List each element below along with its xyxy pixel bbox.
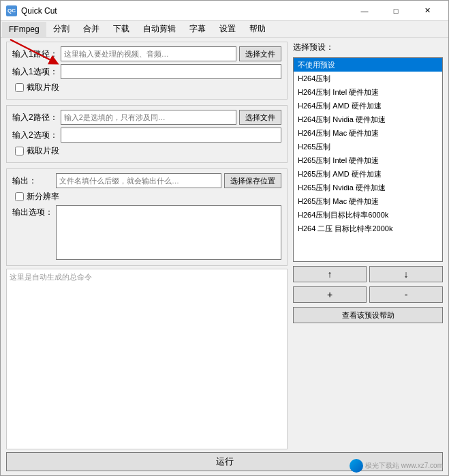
input2-clip-row: 截取片段 — [15, 145, 281, 157]
preset-item[interactable]: H264压制 Nvidia 硬件加速 — [294, 113, 442, 126]
watermark-text: 极光下载站 www.xz7.com — [365, 461, 443, 471]
output-path-row: 输出： 选择保存位置 — [12, 173, 281, 188]
preset-list[interactable]: 不使用预设H264压制H264压制 Intel 硬件加速H264压制 AMD 硬… — [293, 57, 443, 262]
title-bar-title: Quick Cut — [21, 6, 349, 16]
menu-bar: FFmpeg 分割 合并 下载 自动剪辑 字幕 设置 帮助 — [1, 21, 448, 38]
app-icon: QC — [6, 5, 17, 16]
input2-group: 输入2路径： 选择文件 输入2选项： 截取片段 — [6, 105, 288, 163]
app-window: QC Quick Cut — □ ✕ FFmpeg 分割 合并 下载 自动剪辑 … — [0, 0, 449, 476]
left-panel: 输入1路径： 选择文件 输入1选项： 截取片段 — [6, 42, 288, 449]
preset-item[interactable]: H264压制目标比特率6000k — [294, 208, 442, 222]
body-content: 输入1路径： 选择文件 输入1选项： 截取片段 — [1, 38, 448, 475]
preset-down-btn[interactable]: ↓ — [369, 266, 443, 282]
preset-item[interactable]: 不使用预设 — [294, 58, 442, 72]
input2-clip-checkbox[interactable] — [15, 147, 24, 155]
command-box: 这里是自动生成的总命令 — [6, 269, 288, 449]
output-options-row: 输出选项： — [12, 205, 281, 260]
input1-path-row: 输入1路径： 选择文件 — [12, 46, 281, 61]
preset-item[interactable]: H265压制 AMD 硬件加速 — [294, 167, 442, 181]
input2-path-row: 输入2路径： 选择文件 — [12, 110, 281, 125]
preset-item[interactable]: H265压制 — [294, 140, 442, 153]
preset-up-btn[interactable]: ↑ — [293, 266, 367, 282]
preset-item[interactable]: H265压制 Intel 硬件加速 — [294, 153, 442, 167]
watermark: 极光下载站 www.xz7.com — [350, 459, 443, 473]
input1-select-btn[interactable]: 选择文件 — [239, 46, 281, 61]
output-label: 输出： — [12, 175, 53, 187]
input2-options-field[interactable] — [61, 128, 281, 143]
title-bar: QC Quick Cut — □ ✕ — [1, 1, 448, 21]
output-select-btn[interactable]: 选择保存位置 — [224, 173, 281, 188]
window-controls: — □ ✕ — [349, 1, 443, 21]
menu-item-subtitle[interactable]: 字幕 — [183, 22, 213, 37]
menu-item-ffmpeg[interactable]: FFmpeg — [2, 22, 46, 37]
panels-row: 输入1路径： 选择文件 输入1选项： 截取片段 — [1, 38, 448, 452]
preset-item[interactable]: H264压制 AMD 硬件加速 — [294, 99, 442, 113]
close-button[interactable]: ✕ — [412, 1, 443, 21]
input1-options-row: 输入1选项： — [12, 64, 281, 79]
preset-item[interactable]: H264压制 — [294, 72, 442, 85]
input1-clip-checkbox[interactable] — [15, 83, 24, 92]
preset-item[interactable]: H265压制 Mac 硬件加速 — [294, 194, 442, 208]
command-placeholder: 这里是自动生成的总命令 — [10, 273, 92, 281]
input1-options-field[interactable] — [61, 64, 281, 79]
minimize-button[interactable]: — — [349, 1, 380, 21]
preset-move-controls: ↑ ↓ — [293, 266, 443, 282]
output-group: 输出： 选择保存位置 新分辨率 输出选项： — [6, 168, 288, 266]
preset-item[interactable]: H264压制 Mac 硬件加速 — [294, 126, 442, 140]
output-path-field[interactable] — [56, 173, 221, 188]
preset-help-btn[interactable]: 查看该预设帮助 — [293, 307, 443, 323]
menu-item-merge[interactable]: 合并 — [76, 22, 106, 37]
input1-options-label: 输入1选项： — [12, 66, 58, 78]
new-res-row: 新分辨率 — [15, 191, 281, 203]
preset-add-btn[interactable]: + — [293, 286, 367, 303]
input2-clip-label: 截取片段 — [27, 145, 59, 157]
menu-item-help[interactable]: 帮助 — [243, 22, 273, 37]
preset-remove-btn[interactable]: - — [369, 286, 443, 303]
maximize-button[interactable]: □ — [380, 1, 412, 21]
right-panel: 选择预设： 不使用预设H264压制H264压制 Intel 硬件加速H264压制… — [293, 42, 443, 449]
input1-group: 输入1路径： 选择文件 输入1选项： 截取片段 — [6, 42, 288, 100]
menu-item-auto-edit[interactable]: 自动剪辑 — [136, 22, 183, 37]
input1-path-field[interactable] — [61, 46, 236, 61]
menu-item-split[interactable]: 分割 — [46, 22, 76, 37]
menu-item-settings[interactable]: 设置 — [213, 22, 243, 37]
input2-options-row: 输入2选项： — [12, 128, 281, 143]
input2-select-btn[interactable]: 选择文件 — [239, 110, 281, 125]
menu-item-download[interactable]: 下载 — [106, 22, 136, 37]
input2-path-label: 输入2路径： — [12, 112, 58, 123]
preset-item[interactable]: H264压制 Intel 硬件加速 — [294, 85, 442, 99]
input1-clip-label: 截取片段 — [27, 82, 59, 93]
watermark-logo — [350, 459, 363, 473]
preset-item[interactable]: H264 二压 目标比特率2000k — [294, 222, 442, 235]
input1-path-label: 输入1路径： — [12, 48, 58, 60]
new-res-label: 新分辨率 — [27, 191, 59, 203]
input1-clip-row: 截取片段 — [15, 82, 281, 93]
new-res-checkbox[interactable] — [15, 192, 24, 201]
output-options-label: 输出选项： — [12, 205, 53, 218]
output-options-field[interactable] — [56, 205, 281, 260]
preset-item[interactable]: H265压制 Nvidia 硬件加速 — [294, 181, 442, 194]
input2-options-label: 输入2选项： — [12, 130, 58, 141]
input2-path-field[interactable] — [61, 110, 236, 125]
preset-add-remove-controls: + - — [293, 286, 443, 303]
preset-label: 选择预设： — [293, 42, 443, 53]
